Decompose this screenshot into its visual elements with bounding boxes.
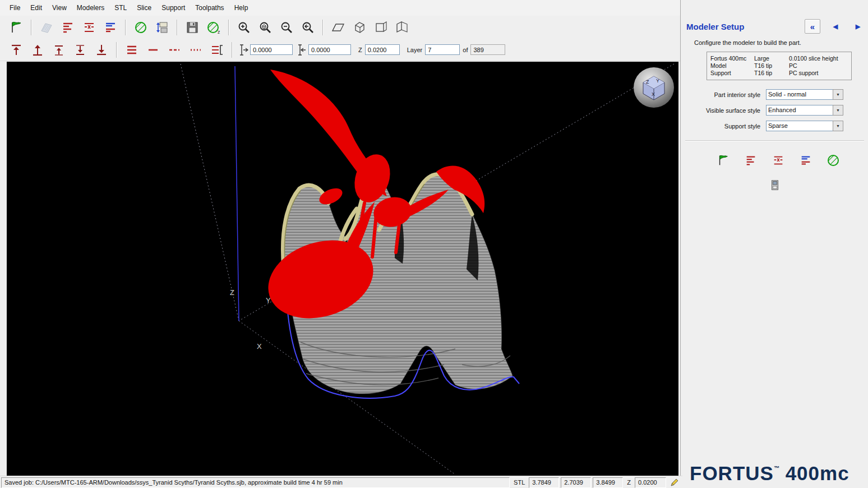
layer-down-button[interactable] — [70, 40, 90, 59]
divider — [685, 140, 864, 141]
build-job-button[interactable] — [6, 18, 26, 37]
zoom-previous-button[interactable] — [298, 18, 318, 37]
toolpaths-button[interactable] — [58, 18, 78, 37]
menu-file[interactable]: File — [4, 1, 25, 15]
menu-help[interactable]: Help — [229, 1, 253, 15]
modeler-transfer-icon — [155, 21, 169, 34]
view-iso-button[interactable] — [349, 18, 370, 37]
view-side-button[interactable] — [392, 18, 412, 37]
trademark-symbol: ™ — [774, 465, 779, 471]
select-tool-button[interactable] — [36, 18, 57, 37]
separator — [125, 20, 126, 35]
visible-surface-style-select[interactable]: Enhanced ▼ — [766, 105, 843, 116]
dropdown-arrow-icon[interactable]: ▼ — [833, 105, 843, 116]
menu-toolpaths[interactable]: Toolpaths — [190, 1, 229, 15]
go-bottom-layer-button[interactable] — [91, 40, 112, 59]
machine-row: Fortus 400mc Large 0.0100 slice height — [710, 55, 848, 62]
layer-bottom-icon — [95, 43, 108, 57]
panel-title: Modeler Setup — [686, 22, 744, 31]
dropdown-arrow-icon[interactable]: ▼ — [833, 121, 843, 131]
slice-button[interactable] — [131, 18, 151, 37]
panel-action-icons-row2 — [766, 176, 868, 194]
viewport-3d[interactable]: Z Y X — [7, 62, 678, 476]
select-plane-icon — [40, 21, 53, 34]
x-measure-icon — [239, 44, 250, 56]
zoom-out-icon — [280, 21, 293, 34]
menu-slice[interactable]: Slice — [132, 1, 156, 15]
statusbar: Saved job: C:/Users/MTC-165-ARM/Download… — [0, 476, 682, 488]
dropdown-arrow-icon[interactable]: ▼ — [833, 89, 843, 100]
stl-dimension-x: 3.7849 — [529, 477, 559, 488]
zoom-extents-button[interactable] — [255, 18, 275, 37]
blue-red-lines-icon — [104, 21, 117, 34]
support-style-select[interactable]: Sparse ▼ — [766, 121, 843, 131]
x-coordinate-field[interactable]: 0.0000 — [250, 44, 293, 55]
view-top-icon — [331, 21, 345, 34]
panel-send-to-modeler-button[interactable] — [766, 176, 784, 194]
separator — [177, 20, 178, 35]
go-top-layer-button[interactable] — [6, 40, 26, 59]
menu-stl[interactable]: STL — [109, 1, 132, 15]
machine-info-box: Fortus 400mc Large 0.0100 slice height M… — [707, 52, 852, 80]
layer-number-field[interactable]: 7 — [425, 44, 460, 55]
view-front-button[interactable] — [371, 18, 391, 37]
view-top-button[interactable] — [328, 18, 348, 37]
toolpath-breaks-button[interactable] — [79, 18, 99, 37]
collapse-panel-button[interactable]: « — [805, 19, 820, 34]
stl-label: STL — [511, 479, 527, 486]
zoom-in-button[interactable] — [234, 18, 254, 37]
y-coordinate-field[interactable]: 0.0000 — [308, 44, 351, 55]
z-height-field[interactable]: 0.0200 — [365, 44, 400, 55]
menu-edit[interactable]: Edit — [25, 1, 47, 15]
z-height-group: Z 0.0200 — [355, 44, 400, 55]
previous-step-button[interactable]: ◀ — [828, 20, 843, 33]
machine-row: Model T16 tip PC — [710, 62, 848, 70]
toolbar-main: z — [0, 16, 686, 39]
view-side-icon — [395, 21, 409, 34]
panel-toolpath-breaks-button[interactable] — [769, 151, 787, 169]
menu-support[interactable]: Support — [156, 1, 190, 15]
show-all-curves-button[interactable] — [122, 40, 142, 59]
separator — [228, 20, 229, 35]
panel-toolpaths-button[interactable] — [742, 151, 760, 169]
save-button[interactable] — [182, 18, 202, 37]
setting-support-style: Support style Sparse ▼ — [681, 121, 868, 131]
layer-total-field: 389 — [470, 44, 505, 55]
zoom-in-icon — [237, 21, 251, 34]
y-coordinate-group: 0.0000 — [297, 44, 351, 56]
layer-toolpaths-button[interactable] — [100, 18, 121, 37]
view-front-icon — [373, 21, 388, 34]
axis-x-label: X — [257, 342, 262, 351]
layer-down-icon — [73, 43, 87, 57]
green-flag-icon — [10, 21, 23, 34]
dotted-curves-button[interactable] — [186, 40, 206, 59]
layer-up-fast-button[interactable] — [27, 40, 48, 59]
orientation-sphere[interactable]: Z Y X — [632, 66, 675, 109]
menu-view[interactable]: View — [47, 1, 72, 15]
layer-up-button[interactable] — [49, 40, 69, 59]
fortus-logo: FORTUS™ 400mc — [690, 462, 849, 485]
setting-visible-surface: Visible surface style Enhanced ▼ — [681, 105, 868, 116]
zoom-out-button[interactable] — [276, 18, 297, 37]
view-iso-icon — [352, 21, 367, 34]
toolpath-lines-icon — [745, 154, 757, 167]
dashed-curves-button[interactable] — [164, 40, 184, 59]
panel-build-button[interactable] — [714, 151, 732, 169]
part-interior-style-select[interactable]: Solid - normal ▼ — [766, 89, 843, 100]
measure-tool-button[interactable] — [668, 477, 681, 487]
layer-up-icon — [52, 43, 66, 57]
setting-label: Visible surface style — [681, 107, 766, 114]
blue-red-lines-icon — [800, 154, 812, 167]
dotted-curve-icon — [189, 43, 202, 57]
slice-current-z-button[interactable]: z — [204, 18, 224, 37]
panel-layer-toolpaths-button[interactable] — [797, 151, 815, 169]
select-curves-button[interactable] — [207, 40, 227, 59]
toolbar-layers: 0.0000 0.0000 Z 0.0200 Layer 7 of 389 — [0, 39, 686, 61]
next-step-button[interactable]: ▶ — [851, 20, 865, 33]
panel-slice-button[interactable] — [824, 151, 842, 169]
send-to-modeler-button[interactable] — [152, 18, 172, 37]
single-curve-button[interactable] — [143, 40, 163, 59]
zoom-previous-icon — [301, 21, 315, 34]
menu-modelers[interactable]: Modelers — [72, 1, 109, 15]
separator — [116, 42, 117, 58]
